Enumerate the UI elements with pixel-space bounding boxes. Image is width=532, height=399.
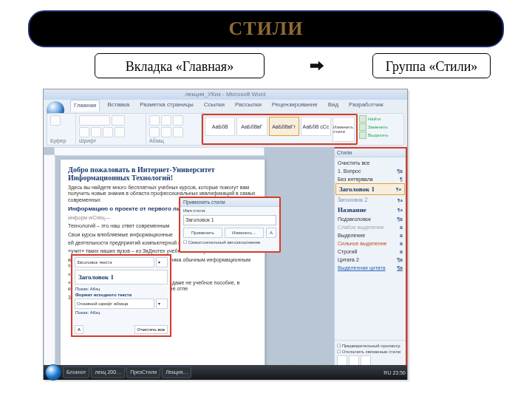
pane-title: Стили xyxy=(335,149,406,157)
start-button[interactable] xyxy=(45,364,61,381)
chevron-down-icon[interactable]: ▾ xyxy=(156,299,168,309)
replace-icon xyxy=(359,123,366,131)
paste-icon[interactable] xyxy=(50,115,61,126)
styles-pane: Стили Очистить все1. Вопрос¶aБез интерва… xyxy=(334,147,407,369)
mini-para-label: Показ: Абзц xyxy=(75,287,167,291)
apply-button[interactable]: Применить xyxy=(183,228,222,238)
style-chip[interactable]: АаБбВ xyxy=(205,117,235,136)
lang-indicator[interactable]: RU xyxy=(383,370,391,375)
clear-all-button[interactable]: Очистить все xyxy=(134,325,168,334)
disable-linked-checkbox[interactable]: ☐ Отключить связанные стили xyxy=(337,349,403,354)
style-list-item[interactable]: Выделениеa xyxy=(335,231,406,239)
indent-icon[interactable] xyxy=(173,115,183,126)
mini-font-value[interactable]: Основной шрифт абзаца xyxy=(75,299,154,309)
size-box[interactable] xyxy=(112,115,125,126)
style-list-item[interactable]: Строгийa xyxy=(335,248,406,256)
bold-icon[interactable] xyxy=(79,127,89,137)
style-list-item[interactable]: Сильное выделениеa xyxy=(335,239,406,248)
style-chip[interactable]: АаБбВвГ xyxy=(236,117,267,136)
preview-checkbox[interactable]: ☐ Предварительный просмотр xyxy=(337,343,403,348)
group-label: Шрифт xyxy=(79,138,143,143)
ribbon: Главная Вставка Разметка страницы Ссылки… xyxy=(44,100,407,148)
slide-title-bar: СТИЛИ xyxy=(28,10,504,47)
align-left-icon[interactable] xyxy=(149,127,160,137)
tab-insert[interactable]: Вставка xyxy=(104,100,132,112)
autocomplete-checkbox[interactable]: ☐ Самостоятельный автозаполнение xyxy=(183,239,276,245)
style-list-item[interactable]: Слабое выделениеa xyxy=(335,223,406,231)
group-paragraph: Абзац xyxy=(146,114,202,145)
ribbon-body: Буфер Шрифт Абзац АаБбВ АаБбВвГ АаБбВвГг… xyxy=(47,113,404,146)
mini-style-big[interactable]: Заголовок 1 xyxy=(75,270,168,284)
style-chip[interactable]: АаБбВвГг xyxy=(269,117,299,136)
tab-view[interactable]: Вид xyxy=(325,100,341,112)
group-label: Буфер xyxy=(50,138,72,143)
taskbar-item[interactable]: лекц 200… xyxy=(91,366,125,378)
pane-list[interactable]: Очистить все1. Вопрос¶aБез интервала¶Заг… xyxy=(335,157,406,340)
tab-review[interactable]: Рецензирование xyxy=(269,100,321,112)
link-bar: Вкладка «Главная» Группа «Стили» xyxy=(28,53,501,80)
style-list-item[interactable]: 1. Вопрос¶a xyxy=(335,167,406,175)
slide-title: СТИЛИ xyxy=(30,12,502,46)
taskbar-item[interactable]: ПрезСтили xyxy=(126,366,160,378)
style-list-item[interactable]: Без интервала¶ xyxy=(335,175,406,183)
style-name-input[interactable]: Заголовок 1 xyxy=(183,215,276,225)
style-chip[interactable]: АаБбВ cCc xyxy=(301,117,331,136)
align-right-icon[interactable] xyxy=(173,127,183,137)
ruler-horizontal[interactable] xyxy=(54,147,265,156)
tab-home[interactable]: Главная xyxy=(70,100,100,112)
system-tray: RU 23:56 xyxy=(383,370,406,375)
clock: 23:56 xyxy=(392,370,406,375)
ribbon-tabs: Главная Вставка Разметка страницы Ссылки… xyxy=(70,100,386,112)
find-button[interactable]: Найти xyxy=(359,115,402,123)
list-icon[interactable] xyxy=(149,115,160,126)
tab-mailings[interactable]: Рассылки xyxy=(232,100,265,112)
change-styles-button[interactable]: Изменить стили xyxy=(332,117,355,142)
numlist-icon[interactable] xyxy=(161,115,171,126)
taskbar-item[interactable]: Лекция… xyxy=(162,366,191,378)
dialog-label: Имя стиля: xyxy=(183,208,276,213)
replace-button[interactable]: Заменить xyxy=(359,123,402,131)
modify-button[interactable]: Изменить… xyxy=(225,228,264,238)
mini-font-section: Формат исходного текста xyxy=(75,293,167,297)
align-center-icon[interactable] xyxy=(161,127,171,137)
page-area: Добро пожаловать в Интернет-Университет … xyxy=(44,147,334,369)
tab-layout[interactable]: Разметка страницы xyxy=(137,100,197,112)
word-screenshot: лекция_УКиз - Microsoft Word Главная Вст… xyxy=(43,89,408,380)
new-style-icon[interactable] xyxy=(337,355,347,366)
mini-icon[interactable]: A xyxy=(75,325,83,334)
inspector-icon[interactable] xyxy=(349,355,359,366)
style-launcher-button[interactable]: A xyxy=(266,228,276,238)
group-clipboard: Буфер xyxy=(47,114,76,145)
document-page[interactable]: Добро пожаловать в Интернет-Университет … xyxy=(60,159,265,369)
group-styles: АаБбВ АаБбВвГ АаБбВвГг АаБбВ cCc Изменит… xyxy=(202,114,358,145)
content-area: Добро пожаловать в Интернет-Университет … xyxy=(44,147,407,369)
dialog-title: Применить стили xyxy=(180,198,279,207)
find-icon xyxy=(359,115,366,123)
color-icon[interactable] xyxy=(115,127,125,137)
doc-heading: Добро пожаловать в Интернет-Университет … xyxy=(68,166,257,182)
chevron-down-icon[interactable]: ▾ xyxy=(156,257,168,267)
style-list-item[interactable]: Заголовок 1¶a xyxy=(335,183,405,195)
mini-style-toolbar[interactable]: Заголовок текста▾ Заголовок 1 Показ: Абз… xyxy=(71,254,171,337)
italic-icon[interactable] xyxy=(91,127,101,137)
mini-style-chip[interactable]: Заголовок текста xyxy=(75,257,154,267)
ruler-vertical[interactable] xyxy=(44,154,55,369)
apply-styles-dialog[interactable]: Применить стили Имя стиля: Заголовок 1 П… xyxy=(179,197,281,253)
tab-refs[interactable]: Ссылки xyxy=(201,100,228,112)
manage-styles-icon[interactable] xyxy=(361,355,371,366)
group-label: Абзац xyxy=(149,138,198,143)
style-list-item[interactable]: Подзаголовок¶a xyxy=(335,215,406,223)
underline-icon[interactable] xyxy=(103,127,113,137)
tab-dev[interactable]: Разработчик xyxy=(346,100,386,112)
pane-footer: ☐ Предварительный просмотр ☐ Отключить с… xyxy=(335,340,406,367)
style-list-item[interactable]: Выделенная цитата¶a xyxy=(335,264,406,272)
taskbar-item[interactable]: Блокнот xyxy=(63,366,89,378)
mini-font-para: Показ: Абзц xyxy=(75,310,167,315)
style-list-item[interactable]: Название¶a xyxy=(335,205,406,215)
font-box[interactable] xyxy=(79,115,110,126)
style-list-item[interactable]: Очистить все xyxy=(335,159,406,167)
tab-caption: Вкладка «Главная» xyxy=(95,53,265,78)
select-button[interactable]: Выделить xyxy=(359,132,402,139)
style-list-item[interactable]: Заголовок 2¶a xyxy=(335,195,406,205)
style-list-item[interactable]: Цитата 2¶a xyxy=(335,256,406,264)
